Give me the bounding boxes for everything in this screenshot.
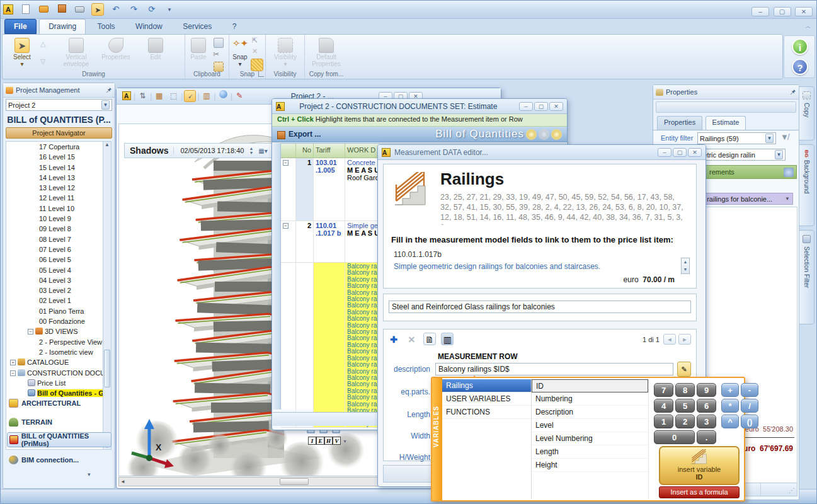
scrollbar-thumb[interactable] — [104, 350, 110, 387]
maximize-button[interactable]: ▢ — [774, 7, 791, 16]
tools-round-icon[interactable] — [551, 129, 562, 140]
collapse-icon[interactable]: − — [283, 223, 289, 229]
tree-item-perspective-view[interactable]: 2 - Perspective View — [6, 337, 106, 347]
module-bill-of-quantities[interactable]: BILL of QUANTITIES (PriMus) — [7, 432, 111, 447]
tree-item-catalogue[interactable]: +CATALOGUE — [6, 357, 106, 367]
key-0[interactable]: 0 — [654, 430, 695, 444]
collapse-icon[interactable]: − — [283, 160, 289, 166]
tree-item-level[interactable]: 12 Level 11 — [6, 193, 106, 203]
tree-item-level[interactable]: 17 Copertura — [6, 142, 106, 152]
key-decimal[interactable]: . — [697, 430, 716, 444]
key-parentheses[interactable]: () — [741, 415, 758, 428]
edit-description-button[interactable]: ✎ — [677, 362, 691, 377]
side-tab-background[interactable]: BG Background — [799, 144, 814, 226]
close-button[interactable]: ✕ — [795, 7, 813, 16]
measurements-gear-icon[interactable] — [784, 168, 794, 177]
price-list-item-link[interactable]: Simple geometric design railings for bal… — [394, 262, 600, 271]
key-6[interactable]: 6 — [697, 399, 716, 413]
key-7[interactable]: 7 — [654, 383, 673, 397]
variable-height[interactable]: Height — [532, 459, 648, 472]
variable-level[interactable]: Level — [532, 419, 648, 432]
select-tool-icon[interactable]: ➤ — [91, 3, 104, 16]
column-header-no[interactable]: No — [296, 144, 314, 158]
help-button[interactable]: ? — [792, 59, 808, 75]
redo-icon[interactable]: ↷ — [127, 3, 140, 16]
tree-item-level[interactable]: 16 Level 15 — [6, 152, 106, 162]
variable-length[interactable]: Length — [532, 445, 648, 459]
snap-grid-icon[interactable] — [251, 59, 263, 71]
tree-item-3d-views[interactable]: −3D VIEWS — [6, 326, 106, 336]
key-multiply[interactable]: * — [721, 399, 739, 413]
filter-icon[interactable]: ▼̸ — [780, 132, 789, 142]
pin-icon[interactable]: 📌︎ — [105, 86, 112, 94]
copy-row-icon[interactable]: 🗎︎ — [423, 333, 436, 345]
scroll-up-icon[interactable]: ▲ — [103, 142, 111, 147]
resize-grip[interactable]: ⋰ — [789, 483, 797, 496]
tree-item-level[interactable]: 03 Level 2 — [6, 285, 106, 295]
key-9[interactable]: 9 — [697, 383, 716, 397]
variable-numbering[interactable]: Numbering — [532, 392, 648, 406]
key-2[interactable]: 2 — [675, 415, 695, 428]
add-row-icon[interactable]: ✚ — [387, 333, 400, 346]
close-button[interactable]: ✕ — [549, 102, 563, 111]
snap-cross-icon[interactable]: ✕ — [252, 47, 258, 55]
insert-as-formula-button[interactable]: Insert as a formula — [659, 486, 740, 498]
category-railings[interactable]: Railings — [442, 379, 531, 392]
columns-icon[interactable]: ▥ — [441, 333, 454, 345]
close-button[interactable]: ✕ — [688, 148, 702, 157]
tab-estimate[interactable]: Estimate — [706, 116, 746, 130]
eraser-icon[interactable]: ✎ — [234, 90, 246, 102]
insert-variable-button[interactable]: insert variable ID — [659, 446, 740, 485]
side-tab-selection-filter[interactable]: Selection Filter — [799, 230, 814, 324]
category-user-variables[interactable]: USER VARIABLES — [442, 392, 531, 406]
select-button[interactable]: ➤ Select▾ — [6, 37, 38, 68]
variable-level-numbering[interactable]: Level Numbering — [532, 432, 648, 445]
collapse-icon[interactable]: − — [28, 329, 33, 335]
copy-icon[interactable] — [213, 37, 224, 51]
info-button[interactable]: i — [792, 38, 808, 55]
row-description-input[interactable] — [435, 363, 673, 375]
tab-help[interactable]: ? — [224, 20, 246, 35]
key-3[interactable]: 3 — [697, 415, 716, 428]
variable-description[interactable]: Description — [532, 406, 648, 419]
undo-icon[interactable]: ↶ — [110, 3, 122, 16]
quick-access-dropdown-icon[interactable]: ▾ — [163, 3, 176, 16]
tree-item-level[interactable]: 11 Level 10 — [6, 203, 106, 214]
arrow-down-icon[interactable]: ▽ — [40, 57, 45, 66]
tree-item-level[interactable]: 02 Level 1 — [6, 295, 106, 306]
tab-tools[interactable]: Tools — [89, 20, 124, 35]
tree-item-construction-documents[interactable]: −CONSTRUCTION DOCUMEN — [6, 368, 106, 378]
snap-button[interactable]: ✧✦ Snap▾ — [229, 37, 251, 68]
minimize-button[interactable]: – — [519, 102, 533, 111]
marquee-icon[interactable]: ⬚ — [168, 90, 180, 102]
tree-item-level[interactable]: 09 Level 8 — [6, 224, 106, 234]
view-button-e[interactable]: E — [316, 437, 324, 445]
save-icon[interactable] — [55, 3, 68, 16]
minimize-button[interactable]: – — [751, 7, 769, 16]
tab-services[interactable]: Services — [174, 20, 220, 35]
tree-item-level[interactable]: 15 Level 14 — [6, 163, 106, 173]
price-spinner[interactable]: ▲▼ — [681, 258, 690, 274]
category-functions[interactable]: FUNCTIONS — [442, 406, 531, 419]
collapse-icon[interactable]: − — [10, 370, 16, 376]
tab-file[interactable]: File — [4, 19, 37, 34]
key-divide[interactable]: / — [741, 399, 758, 413]
box-icon[interactable]: ▥ — [201, 90, 213, 102]
key-4[interactable]: 4 — [654, 399, 673, 413]
hatch-icon[interactable]: ▦ — [153, 90, 165, 102]
datetime-stepper[interactable]: ▲▼ — [249, 146, 253, 155]
scrollbar-thumb[interactable] — [280, 478, 309, 485]
railings-type-select[interactable]: ass railings for balconie... ▼ — [691, 193, 793, 205]
tree-item-level[interactable]: 14 Level 13 — [6, 173, 106, 183]
tree-item-isometric-view[interactable]: 2 - Isometric view — [6, 347, 106, 357]
project-select[interactable]: Project 2▼ — [6, 99, 112, 111]
tree-item-level[interactable]: 04 Level 3 — [6, 275, 106, 285]
key-5[interactable]: 5 — [675, 399, 695, 413]
tab-drawing[interactable]: Drawing — [39, 19, 86, 34]
arrow-up-icon[interactable]: △ — [40, 40, 45, 48]
snap-corner-icon[interactable]: ⇱ — [252, 37, 258, 45]
print-icon[interactable] — [74, 3, 86, 16]
pager-prev-icon[interactable]: ◄ — [663, 334, 676, 345]
restore-button[interactable]: ▢ — [534, 102, 548, 111]
view-button-v[interactable]: V — [333, 437, 341, 445]
